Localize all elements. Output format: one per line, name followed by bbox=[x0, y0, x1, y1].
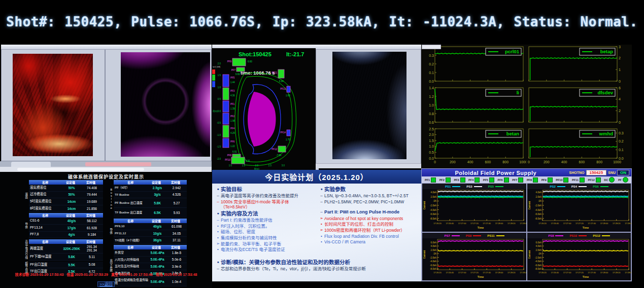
cell-setpoint: 5.8K bbox=[148, 201, 166, 205]
legend-item-ps6: PS6 bbox=[593, 185, 608, 188]
pf-indicator-label: PF2 bbox=[439, 178, 445, 182]
legend-line-sample bbox=[555, 235, 563, 236]
z-axis-tick: -2.0 bbox=[217, 158, 221, 160]
pf-coil-pf13 bbox=[287, 86, 290, 92]
x-axis-tick: 17:28:20 bbox=[507, 222, 516, 225]
y-axis-tick: 1.0 bbox=[429, 145, 434, 148]
data-line-ps5 bbox=[438, 197, 523, 198]
browser-tab-bar[interactable] bbox=[0, 161, 212, 167]
table-row: PF下端He温度5.8K5.11 bbox=[29, 254, 103, 261]
cell-setpoint: 5.0E-4Pa bbox=[148, 258, 166, 261]
legend-item-ps3: PS3 bbox=[466, 185, 482, 188]
x-axis-tick: 17:28:40 bbox=[625, 271, 631, 274]
slide-text: 1000s 完全非感应H-mode 等离子体（Te>8.5keV） bbox=[221, 199, 316, 210]
z-axis-tick: 0.5 bbox=[218, 98, 221, 100]
pf-indicator-label: PF7 bbox=[512, 178, 517, 182]
cell-setpoint: 14cm bbox=[62, 207, 81, 210]
cell-name: 八吋及八吋传输线 bbox=[114, 258, 148, 261]
cell-setpoint: 6.5K bbox=[148, 211, 166, 214]
pf-indicator-light bbox=[431, 177, 436, 183]
slide-bullet: ➢Avoidance of hot spot at key components bbox=[319, 216, 419, 222]
y-axis-tick: 0 bbox=[619, 80, 621, 83]
pf-indicator-pf1: PF1 bbox=[425, 177, 436, 183]
x-axis-tick: 17:27:00 bbox=[563, 222, 571, 225]
address-field[interactable] bbox=[17, 168, 144, 171]
pf-quad-top-right: PS2PS4PS64.0kA2.0kA.0A-2.0kA-4.0kA-6.0kA… bbox=[527, 183, 631, 232]
pf-coil-label: PF8 bbox=[227, 154, 232, 157]
plot-window-tab[interactable] bbox=[422, 45, 441, 49]
cell-setpoint: 50% bbox=[62, 186, 81, 190]
x-axis-tick: 17:27:40 bbox=[483, 222, 491, 225]
pf-coil-label: PF4 bbox=[230, 127, 235, 130]
pf-quad-top-left: PS1PS3PS54.0kA2.0kA.0A-2.0kA-4.0kA-6.0kA… bbox=[422, 183, 527, 232]
section-group-label: 导体 bbox=[23, 213, 29, 238]
y-axis-label: Current bbox=[528, 250, 531, 259]
cell-name: 两端温度 bbox=[29, 247, 62, 250]
column-header: 实时值 bbox=[80, 180, 102, 185]
x-axis-tick: 200 bbox=[544, 160, 550, 164]
pf-coil-label: PF9 bbox=[227, 60, 232, 63]
y-axis-tick: -4.0kA bbox=[430, 209, 436, 211]
y-axis-tick: -8.0kA bbox=[430, 268, 436, 270]
browser-tab[interactable] bbox=[11, 162, 51, 167]
status-header: Shot#:150425, Pulse:1066.76S, Ip:323.58k… bbox=[0, 0, 644, 44]
cell-realtime: 5.93 bbox=[166, 211, 187, 214]
y-axis-tick: 2.0kA bbox=[430, 196, 436, 198]
cell-realtime: 37.11 bbox=[166, 238, 187, 242]
pf-panel-title: Poloidal Field Power Supply bbox=[424, 170, 568, 176]
y-axis-tick: 1 bbox=[619, 68, 621, 71]
cell-realtime: 5.08 bbox=[81, 263, 103, 266]
x-axis-tick: 17:28:40 bbox=[520, 222, 526, 225]
cell-name: PF Busline 出口温度 bbox=[114, 201, 148, 204]
column-header: 设定值 bbox=[147, 219, 165, 223]
pulse-label: Pulse: bbox=[131, 14, 180, 29]
cell-setpoint: 36g/s bbox=[148, 238, 166, 242]
legend-item-ps11: PS11 bbox=[487, 234, 504, 237]
slide-text: Flux loop and Radiation Div. FB control bbox=[324, 234, 399, 239]
pf-indicator-label: PF9 bbox=[541, 178, 547, 182]
pf-indicator-light bbox=[518, 177, 523, 183]
pf-coil-label: PF13 bbox=[280, 88, 286, 90]
x-axis-tick: 400 bbox=[467, 160, 473, 164]
back-link[interactable]: >>返回 bbox=[97, 281, 114, 287]
section-group-label: 高温电流引线 bbox=[23, 239, 29, 261]
y-axis-tick: 0.6 bbox=[429, 121, 434, 124]
window-titlebar[interactable] bbox=[105, 45, 212, 50]
y-axis-tick: 4.0kA bbox=[535, 191, 541, 194]
y-axis-tick: -4.0kA bbox=[535, 260, 541, 263]
z-axis-tick: -1.0 bbox=[217, 134, 221, 136]
pf-indicator-label: PF8 bbox=[527, 178, 532, 182]
legend-item-ps2: PS2 bbox=[550, 185, 565, 188]
pf-coil-value: 4.36 bbox=[230, 94, 235, 97]
cell-name: PF7,8 bbox=[29, 233, 62, 236]
browser-tab-highlight[interactable] bbox=[85, 162, 151, 166]
window-titlebar[interactable] bbox=[316, 45, 421, 50]
bullet-glyph: • bbox=[215, 235, 221, 241]
pf-plot-quadrants: PS1PS3PS54.0kA2.0kA.0A-2.0kA-4.0kA-6.0kA… bbox=[422, 183, 631, 281]
cell-realtime: 5.0e-6 bbox=[166, 258, 187, 261]
plot-frame bbox=[437, 190, 524, 221]
x-axis-tick: 17:27:20 bbox=[575, 271, 584, 274]
table-row: TF线圈（4个线圈）36g/s37.11 bbox=[114, 237, 187, 244]
y-axis-tick: 0 bbox=[619, 121, 621, 124]
x-axis-tick: 17:27:40 bbox=[588, 271, 596, 274]
pf-indicator-label: PF5 bbox=[483, 178, 488, 182]
slide-bullet: –LSN, Ip~0.3-0.4MA, ne~3.0-3.5, BT~+/-2.… bbox=[319, 193, 419, 199]
pf-legend-row: PS7PS9PS11 bbox=[422, 233, 526, 238]
y-axis-tick: 2 bbox=[619, 109, 621, 113]
x-axis-tick: 17:28:20 bbox=[613, 271, 621, 274]
pf-indicator-label: PF11 bbox=[572, 178, 579, 182]
plot-frame bbox=[437, 239, 524, 270]
legend-label: PS5 bbox=[488, 185, 494, 188]
legend-item-ps5: PS5 bbox=[488, 185, 503, 188]
window-titlebar[interactable] bbox=[1, 45, 105, 50]
diag-plot-svg-pcrl01: 0.40.30.20.10.0pcrl01 bbox=[421, 45, 526, 86]
r-axis-tick: 2.5 bbox=[268, 164, 272, 167]
legend-line-sample bbox=[579, 186, 587, 187]
x-axis-tick: 17:27:00 bbox=[458, 271, 466, 274]
shot-value: 150425, bbox=[64, 14, 122, 29]
pf-plot-top-right: 4.0kA2.0kA.0A-2.0kA-4.0kA-6.0kA-8.0kA17:… bbox=[527, 189, 631, 232]
window-titlebar[interactable] bbox=[212, 45, 319, 48]
slide-bullet: ➢能量约束、功率平衡、粒子平衡 bbox=[215, 241, 316, 247]
status-entry: 低温 2025-01-20 17:53:29 bbox=[66, 273, 108, 276]
